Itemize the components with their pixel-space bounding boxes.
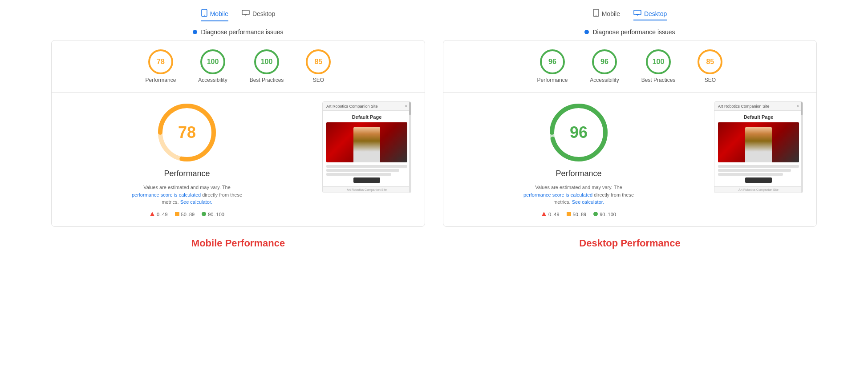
calculator-link[interactable]: See calculator.	[572, 199, 604, 205]
screenshot-scrollbar-thumb	[801, 102, 803, 115]
big-score-label: Performance	[556, 169, 601, 178]
score-item-seo: 85SEO	[306, 49, 331, 83]
big-score-circle: 78	[156, 101, 218, 164]
score-item-seo: 85SEO	[698, 49, 722, 83]
legend-item-0–49: 0–49	[150, 211, 167, 218]
screenshot-footer: Art Robotics Companion Site	[714, 186, 803, 193]
score-circle-label: Best Practices	[250, 77, 284, 83]
score-legend: 0–4950–8990–100	[150, 211, 224, 218]
diagnose-header: Diagnose performance issues	[584, 28, 675, 36]
section-label-mobile: Mobile Performance	[191, 238, 285, 249]
big-score-left: 96 PerformanceValues are estimated and m…	[457, 101, 701, 218]
legend-triangle-icon	[150, 211, 155, 218]
screenshot-scrollbar[interactable]	[409, 102, 411, 193]
svg-point-19	[593, 212, 598, 216]
big-score-area: 96 PerformanceValues are estimated and m…	[443, 93, 816, 226]
screenshot-scrollbar[interactable]	[801, 102, 803, 193]
legend-square-icon	[567, 212, 571, 217]
score-legend: 0–4950–8990–100	[541, 211, 616, 218]
legend-item-50–89: 50–89	[567, 212, 587, 217]
screenshot-header: Art Robotics Companion Site ×	[323, 102, 411, 111]
screenshot-area: Art Robotics Companion Site × Default Pa…	[322, 101, 411, 193]
score-item-performance: 78Performance	[146, 49, 176, 83]
screenshot-close-icon[interactable]: ×	[405, 104, 407, 109]
performance-score-link[interactable]: performance score is calculated	[523, 192, 592, 198]
screenshot-image	[326, 122, 407, 162]
svg-rect-12	[634, 10, 641, 15]
score-item-best-practices: 100Best Practices	[641, 49, 676, 83]
score-note: Values are estimated and may vary. The p…	[129, 184, 245, 206]
card-mobile: 78Performance100Accessibility100Best Pra…	[51, 40, 425, 227]
score-circle: 85	[306, 49, 331, 74]
legend-item-0–49: 0–49	[541, 211, 559, 218]
screenshot-button	[353, 177, 380, 183]
screenshot-person	[745, 127, 772, 162]
svg-marker-7	[150, 212, 154, 216]
svg-rect-8	[175, 212, 179, 216]
score-note: Values are estimated and may vary. The p…	[521, 184, 637, 206]
performance-score-link[interactable]: performance score is calculated	[132, 192, 201, 198]
big-score-left: 78 PerformanceValues are estimated and m…	[65, 101, 309, 218]
screenshot-person	[353, 127, 380, 162]
screenshot-footer: Art Robotics Companion Site	[323, 186, 411, 193]
legend-label: 50–89	[573, 212, 587, 217]
score-circle: 85	[698, 49, 722, 74]
svg-point-9	[202, 212, 206, 216]
screenshot-button	[745, 177, 772, 183]
tab-mobile[interactable]: Mobile	[201, 9, 228, 21]
score-circle-label: Best Practices	[641, 77, 676, 83]
score-circle-label: SEO	[313, 77, 324, 83]
tab-mobile[interactable]: Mobile	[593, 9, 620, 21]
main-container: MobileDesktopDiagnose performance issues…	[33, 9, 835, 249]
legend-square-icon	[175, 212, 179, 217]
score-circle-label: Performance	[146, 77, 176, 83]
mobile-icon	[201, 9, 207, 19]
legend-circle-icon	[202, 212, 206, 217]
tab-label-desktop: Desktop	[252, 10, 275, 17]
screenshot-close-icon[interactable]: ×	[796, 104, 799, 109]
desktop-icon	[633, 10, 641, 18]
panel-desktop: MobileDesktopDiagnose performance issues…	[443, 9, 817, 249]
svg-rect-18	[567, 212, 571, 216]
screenshot-line	[718, 173, 783, 176]
screenshot-scrollbar-thumb	[409, 102, 411, 115]
screenshot-line	[326, 169, 399, 172]
screenshot-header-text: Art Robotics Companion Site	[718, 104, 770, 109]
score-circle: 100	[200, 49, 225, 74]
screenshot-line	[718, 169, 791, 172]
calculator-link[interactable]: See calculator.	[180, 199, 212, 205]
diagnose-title: Diagnose performance issues	[201, 28, 283, 36]
tabs: MobileDesktop	[593, 9, 667, 21]
legend-label: 0–49	[157, 212, 167, 217]
screenshot-content: Default Page	[323, 111, 411, 186]
legend-label: 50–89	[181, 212, 195, 217]
score-item-accessibility: 96Accessibility	[590, 49, 619, 83]
screenshot-line	[326, 165, 407, 168]
score-item-best-practices: 100Best Practices	[250, 49, 284, 83]
score-circle-label: SEO	[705, 77, 716, 83]
tab-desktop[interactable]: Desktop	[633, 10, 667, 20]
diagnose-header: Diagnose performance issues	[193, 28, 283, 36]
diagnose-dot-icon	[193, 30, 197, 34]
svg-point-1	[204, 15, 205, 16]
score-item-performance: 96Performance	[537, 49, 568, 83]
score-circle: 96	[540, 49, 565, 74]
score-circle-label: Accessibility	[590, 77, 619, 83]
big-score-area: 78 PerformanceValues are estimated and m…	[52, 93, 425, 226]
screenshot-text-lines	[718, 165, 799, 176]
legend-label: 0–49	[548, 212, 559, 217]
tab-desktop[interactable]: Desktop	[242, 10, 275, 20]
tab-label-mobile: Mobile	[210, 10, 228, 17]
card-desktop: 96Performance96Accessibility100Best Prac…	[443, 40, 817, 227]
legend-item-90–100: 90–100	[593, 212, 616, 217]
screenshot-image	[718, 122, 799, 162]
score-item-accessibility: 100Accessibility	[198, 49, 227, 83]
score-circle: 100	[254, 49, 279, 74]
legend-label: 90–100	[208, 212, 224, 217]
diagnose-title: Diagnose performance issues	[592, 28, 675, 36]
tab-label-desktop: Desktop	[644, 10, 667, 17]
svg-rect-2	[242, 10, 249, 15]
screenshot-content: Default Page	[714, 111, 803, 186]
screenshot-line	[326, 173, 391, 176]
svg-point-11	[596, 15, 596, 16]
